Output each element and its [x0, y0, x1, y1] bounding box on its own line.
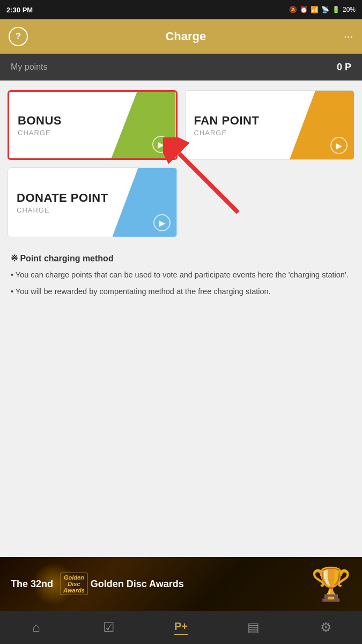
- golden-disc-banner[interactable]: The 32nd Golden Disc Awards Golden Disc …: [0, 557, 362, 611]
- bonus-card-title: BONUS: [18, 114, 62, 128]
- bonus-card-subtitle: CHARGE: [18, 129, 62, 137]
- info-section: ※ Point charging method • You can charge…: [0, 243, 362, 305]
- home-icon: ⌂: [32, 620, 40, 635]
- fan-point-charge-card[interactable]: FAN POINT CHARGE ▶: [185, 90, 355, 160]
- bottom-navigation: ⌂ ☑ P+ ▤ ⚙: [0, 611, 362, 644]
- battery-icon: 🔋: [332, 6, 340, 13]
- charge-card-grid: BONUS CHARGE ▶ FAN POINT CHARGE ▶ DONATE…: [0, 80, 362, 243]
- points-icon: P+: [174, 620, 188, 635]
- checklist-icon: ☑: [103, 620, 115, 635]
- info-title: ※ Point charging method: [11, 253, 351, 264]
- fan-card-title: FAN POINT: [194, 114, 260, 128]
- donate-card-subtitle: CHARGE: [17, 206, 108, 214]
- nav-checklist[interactable]: ☑: [72, 611, 145, 644]
- chat-icon: ···: [344, 30, 353, 43]
- nav-home[interactable]: ⌂: [0, 611, 72, 644]
- donate-card-title: DONATE POINT: [17, 191, 108, 205]
- bonus-charge-card[interactable]: BONUS CHARGE ▶: [8, 90, 178, 160]
- info-line1: • You can charge points that can be used…: [11, 269, 351, 281]
- wifi-icon: 📶: [311, 6, 319, 13]
- bonus-corner: ▶: [112, 92, 176, 158]
- battery-pct: 20%: [343, 6, 356, 13]
- status-icons: 🔕 ⏰ 📶 📡 🔋 20%: [289, 6, 356, 13]
- alarm-icon: ⏰: [300, 6, 308, 13]
- mute-icon: 🔕: [289, 6, 297, 13]
- points-bar: My points 0 P: [0, 54, 362, 80]
- banner-logo: Golden Disc Awards: [61, 573, 87, 595]
- donate-arrow-icon: ▶: [153, 214, 171, 231]
- trophy-icon: 🏆: [311, 565, 351, 603]
- nav-points[interactable]: P+: [145, 611, 217, 644]
- help-icon: ?: [16, 32, 21, 41]
- points-value: 0 P: [337, 62, 351, 73]
- banner-prefix: The 32nd: [11, 579, 53, 590]
- bonus-arrow-icon: ▶: [152, 136, 169, 153]
- status-time: 2:30 PM: [6, 6, 33, 14]
- status-bar: 2:30 PM 🔕 ⏰ 📶 📡 🔋 20%: [0, 0, 362, 19]
- fan-arrow-icon: ▶: [330, 137, 348, 154]
- signal-icon: 📡: [321, 6, 329, 13]
- donate-point-charge-card[interactable]: DONATE POINT CHARGE ▶: [8, 167, 178, 237]
- fan-corner: ▶: [290, 91, 354, 159]
- help-button[interactable]: ?: [9, 27, 28, 46]
- settings-icon: ⚙: [320, 620, 332, 635]
- donate-corner: ▶: [113, 168, 177, 237]
- app-header: ? Charge ···: [0, 19, 362, 54]
- fan-card-subtitle: CHARGE: [194, 129, 260, 137]
- nav-menu[interactable]: ▤: [217, 611, 290, 644]
- nav-settings[interactable]: ⚙: [290, 611, 362, 644]
- points-label: My points: [11, 62, 47, 72]
- info-line2: • You will be rewarded by compentating m…: [11, 286, 351, 298]
- banner-suffix: Golden Disc Awards: [91, 579, 184, 590]
- page-title: Charge: [165, 30, 206, 43]
- menu-icon: ▤: [247, 620, 260, 635]
- chat-button[interactable]: ···: [344, 30, 353, 43]
